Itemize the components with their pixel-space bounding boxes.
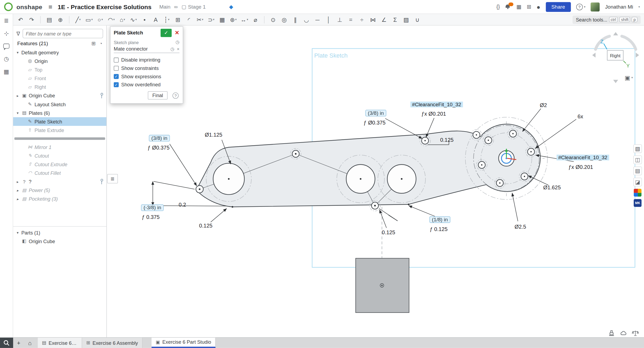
caret-right-icon[interactable]: ▸ — [16, 197, 20, 201]
avatar[interactable] — [591, 2, 600, 11]
dropdown-caret-icon[interactable]: ▾ — [124, 18, 125, 21]
parallel-tool-icon[interactable]: ∥ — [291, 15, 299, 24]
dropdown-caret-icon[interactable]: ▾ — [235, 18, 237, 21]
confirm-button[interactable]: ✓ — [161, 29, 172, 37]
feature-layout-sketch[interactable]: ✎Layout Sketch — [13, 100, 106, 109]
learning-center-icon[interactable]: ◆ — [229, 4, 233, 10]
panel-comments-icon[interactable] — [3, 42, 10, 50]
rectangle-tool-icon[interactable]: ▭▾ — [85, 15, 93, 24]
rollback-bar[interactable] — [15, 137, 105, 140]
caret-down-icon[interactable]: ▾ — [16, 230, 20, 235]
onshape-logo-icon[interactable] — [4, 2, 13, 11]
feature-top[interactable]: ▱Top — [13, 65, 106, 74]
offset-tool-icon[interactable]: ⊃▾ — [207, 15, 215, 24]
dialog-help-icon[interactable]: ? — [172, 92, 179, 98]
horizontal-tool-icon[interactable]: ─ — [313, 15, 322, 24]
caret-down-icon[interactable]: ▾ — [16, 50, 20, 54]
sketch-list-button[interactable]: ≣ — [107, 174, 118, 183]
feature-origin-cube[interactable]: ▸▣Origin Cube — [13, 91, 106, 100]
stamp-icon[interactable] — [608, 329, 615, 337]
tab-exercise-6-part-studio[interactable]: ▣Exercise 6 Part Studio — [151, 338, 216, 348]
fillet-tool-icon[interactable]: ◜ — [185, 15, 193, 24]
final-button[interactable]: Final — [148, 91, 168, 100]
feature-pocketing-3[interactable]: ▸▤Pocketing (3) — [13, 194, 106, 203]
clearance-hole[interactable] — [471, 130, 482, 140]
rotate-left-icon[interactable] — [592, 53, 595, 58]
tab-exercise-6-dir[interactable]: ▤Exercise 6 - Dir — [38, 338, 82, 348]
caret-right-icon[interactable]: ▸ — [16, 180, 20, 184]
cloud-icon[interactable] — [620, 329, 627, 337]
part-origin-cube[interactable]: ◧ Origin Cube — [13, 237, 106, 246]
rotate-down-icon[interactable] — [613, 80, 618, 83]
checkbox-icon[interactable] — [114, 66, 119, 71]
checkbox-disable-imprinting[interactable]: Disable imprinting — [110, 56, 183, 64]
tab-search-button[interactable] — [0, 338, 13, 348]
cancel-button[interactable]: × — [173, 29, 181, 37]
angle-tool-icon[interactable]: ∠ — [380, 15, 388, 24]
circular-pattern-tool-icon[interactable]: ⊛▾ — [229, 15, 237, 24]
dropdown-caret-icon[interactable]: ▾ — [247, 18, 248, 21]
view-cube-face[interactable]: Right — [607, 50, 623, 61]
feature-plate-extrude[interactable]: ⇧Plate Extrude — [13, 126, 106, 134]
caret-right-icon[interactable]: ▸ — [16, 94, 20, 98]
feature-power-5[interactable]: ▸▤Power (5) — [13, 186, 106, 194]
checkbox-icon[interactable] — [114, 58, 119, 62]
sum-tool-icon[interactable]: Σ — [391, 15, 399, 24]
notifications-icon[interactable] — [505, 4, 511, 9]
add-tab-button[interactable]: + — [13, 338, 24, 348]
circle-tool-icon[interactable]: ○▾ — [96, 15, 104, 24]
linear-pattern-tool-icon[interactable]: ▦ — [218, 15, 226, 24]
view-menu[interactable]: ▣ ▾ — [625, 74, 633, 81]
checkbox-show-overdefined[interactable]: ✓Show overdefined — [110, 81, 183, 89]
panel-history-icon[interactable]: ◷ — [3, 55, 10, 63]
feature-origin[interactable]: ◎Origin — [13, 57, 106, 65]
midpoint-tool-icon[interactable]: ÷ — [358, 15, 366, 24]
point-tool-icon[interactable]: • — [140, 15, 149, 24]
history-icon[interactable]: ◔ — [99, 41, 102, 46]
workspace-name[interactable]: Main — [159, 4, 170, 10]
search-tools[interactable]: Search tools... ctrl shift p — [573, 15, 641, 24]
measure-tool-icon[interactable]: ⌀ — [251, 15, 260, 24]
feature-[interactable]: ▸?? — [13, 177, 106, 186]
scale-icon[interactable] — [632, 329, 639, 337]
clock-icon[interactable]: ◷ — [171, 46, 175, 52]
split-view-icon[interactable]: ◫ — [633, 155, 642, 164]
andymark-logo-icon[interactable] — [634, 189, 642, 197]
document-icon[interactable]: ▤ — [633, 166, 642, 175]
checkbox-show-constraints[interactable]: Show constraints — [110, 64, 183, 73]
caret-right-icon[interactable]: ▸ — [16, 188, 20, 192]
dropdown-caret-icon[interactable]: ▾ — [79, 18, 81, 21]
panel-follow-icon[interactable]: ⊹ — [3, 30, 10, 37]
concentric-tool-icon[interactable]: ◎ — [280, 15, 288, 24]
dropdown-caret-icon[interactable]: ▾ — [202, 18, 203, 21]
copy-sheet-tool-icon[interactable]: ▤ — [45, 15, 53, 24]
dropdown-caret-icon[interactable]: ▾ — [213, 18, 214, 21]
clear-icon[interactable]: × — [177, 47, 179, 51]
coincident-tool-icon[interactable]: ⊙ — [269, 15, 277, 24]
caret-down-icon[interactable]: ▾ — [16, 111, 20, 115]
parts-header[interactable]: ▾ Parts (1) — [13, 228, 106, 237]
panel-tables-icon[interactable]: ▦ — [3, 68, 10, 75]
clock-icon[interactable]: ◷ — [176, 40, 180, 45]
arc-tool-icon[interactable]: ◠▾ — [107, 15, 115, 24]
section-icon[interactable]: ◪ — [633, 178, 642, 186]
mate-connector-pin-icon[interactable] — [100, 93, 103, 98]
feature-right[interactable]: ▱Right — [13, 83, 106, 91]
feature-front[interactable]: ▱Front — [13, 74, 106, 83]
feature-cutout-fillet[interactable]: ◠Cutout Fillet — [13, 169, 106, 177]
spreadsheet-icon[interactable]: ▦ — [516, 4, 522, 10]
line-tool-icon[interactable]: ╱▾ — [74, 15, 82, 24]
view-cube[interactable]: Right Z Y — [589, 30, 642, 84]
dropdown-caret-icon[interactable]: ▾ — [91, 18, 93, 21]
community-icon[interactable]: ● — [537, 3, 540, 10]
perpendicular-tool-icon[interactable]: ⊥ — [335, 15, 344, 24]
dimension-tool-icon[interactable]: ↔▾ — [240, 15, 249, 24]
mate-connector-pin-icon[interactable] — [100, 179, 103, 184]
user-name[interactable]: Jonathan Mi — [605, 4, 633, 10]
trim-tool-icon[interactable]: ✂▾ — [196, 15, 204, 24]
redo-tool-icon[interactable]: ↷ — [27, 15, 36, 24]
checkbox-icon[interactable]: ✓ — [114, 74, 119, 79]
version-chip[interactable]: ▢ Stage 1 — [182, 4, 206, 10]
dropdown-caret-icon[interactable]: ▾ — [102, 18, 103, 21]
share-button[interactable]: Share — [546, 2, 571, 12]
